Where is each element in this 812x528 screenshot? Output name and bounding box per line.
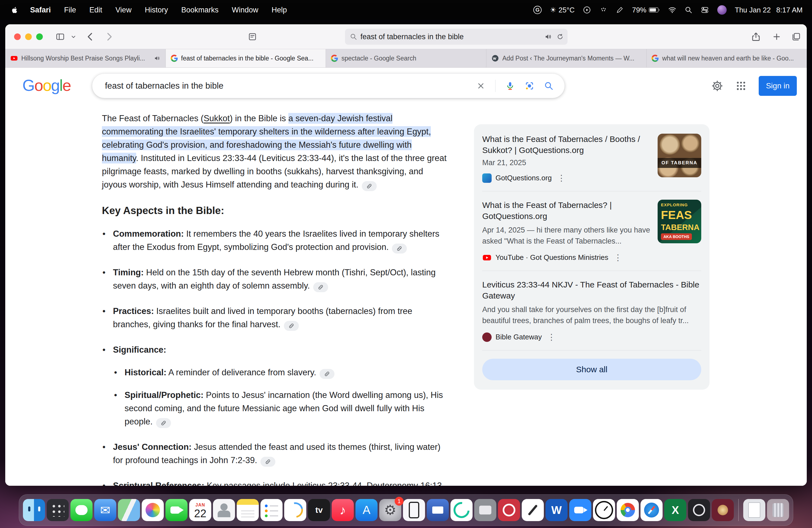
pen-tool-icon[interactable] — [616, 6, 624, 14]
dock-chrome[interactable] — [617, 499, 639, 521]
google-search-bar[interactable] — [92, 74, 565, 98]
dock-word[interactable]: W — [546, 499, 568, 521]
menu-bar-clock[interactable]: Thu Jan 228:17 AM — [735, 6, 803, 14]
more-options-icon[interactable] — [557, 173, 566, 183]
dock-contacts[interactable] — [213, 499, 235, 521]
citation-link-chip[interactable] — [392, 244, 407, 253]
share-icon[interactable] — [751, 32, 761, 42]
more-options-icon[interactable] — [614, 253, 622, 262]
menu-safari[interactable]: Safari — [24, 6, 57, 14]
result-thumbnail[interactable]: EXPLORING FEAS TABERNA AKA BOOTHS — [657, 200, 701, 243]
dock-game-app[interactable] — [498, 499, 520, 521]
tab-feast-of-tabernacles[interactable]: feast of tabernacles in the bible - Goog… — [166, 49, 326, 68]
menu-edit[interactable]: Edit — [83, 6, 109, 14]
voice-search-icon[interactable] — [505, 81, 515, 91]
dock-notes[interactable] — [237, 499, 259, 521]
show-all-button[interactable]: Show all — [482, 359, 701, 380]
tab-audio-icon[interactable] — [154, 55, 160, 62]
dock-utility-app[interactable] — [474, 499, 496, 521]
spotlight-icon[interactable] — [685, 6, 692, 14]
dock-maps[interactable] — [118, 499, 140, 521]
google-logo[interactable]: Google — [23, 76, 71, 94]
menu-window[interactable]: Window — [225, 6, 265, 14]
page-preview-icon[interactable] — [248, 32, 257, 41]
dock-excel[interactable]: X — [664, 499, 686, 521]
dock-annotation-app[interactable] — [522, 499, 544, 521]
dock-photos[interactable] — [142, 499, 164, 521]
dock-finder[interactable] — [23, 499, 45, 521]
tab-audio-icon[interactable] — [545, 33, 552, 41]
dock-screenshot-app[interactable] — [712, 499, 734, 521]
dock-messages[interactable] — [70, 499, 92, 521]
more-options-icon[interactable] — [547, 332, 556, 342]
battery-status[interactable]: 79% — [632, 6, 659, 14]
now-playing-icon[interactable] — [583, 6, 591, 14]
forward-button[interactable] — [104, 32, 114, 42]
stage-manager-icon[interactable] — [599, 6, 608, 14]
new-tab-icon[interactable] — [772, 32, 781, 41]
result-title[interactable]: Leviticus 23:33-44 NKJV - The Feast of T… — [482, 279, 701, 301]
lens-search-icon[interactable] — [525, 81, 534, 91]
dock-trash[interactable] — [767, 499, 789, 521]
dock-calendar[interactable]: JAN 22 — [189, 499, 211, 521]
menu-help[interactable]: Help — [265, 6, 294, 14]
menu-view[interactable]: View — [109, 6, 138, 14]
weather-status[interactable]: 25°C — [550, 6, 575, 14]
dock-safari[interactable] — [640, 499, 663, 521]
tab-new-heaven[interactable]: what will new heaven and earth be like -… — [647, 49, 807, 68]
wifi-icon[interactable] — [668, 6, 677, 14]
user-avatar[interactable] — [717, 5, 727, 15]
menu-bookmarks[interactable]: Bookmarks — [175, 6, 225, 14]
result-title[interactable]: What is the Feast of Tabernacles? | GotQ… — [482, 200, 651, 222]
dock-app-store[interactable]: A — [356, 499, 378, 521]
dock-dark-app[interactable] — [688, 499, 710, 521]
search-input[interactable] — [104, 80, 476, 91]
sign-in-button[interactable]: Sign in — [759, 76, 797, 96]
tab-wordpress[interactable]: Add Post ‹ The Journeyman's Moments — W.… — [487, 49, 647, 68]
address-bar[interactable]: feast of tabernacles in the bible — [345, 29, 568, 45]
chevron-down-icon[interactable] — [70, 33, 77, 40]
dock-freeform[interactable] — [284, 499, 306, 521]
menu-file[interactable]: File — [57, 6, 83, 14]
citation-link-chip[interactable] — [284, 321, 299, 331]
dock-clock[interactable] — [593, 499, 615, 521]
citation-link-chip[interactable] — [260, 457, 275, 467]
zoom-window-button[interactable] — [36, 33, 43, 40]
dock-iphone-mirroring[interactable] — [403, 499, 425, 521]
google-apps-icon[interactable] — [736, 80, 746, 91]
dock-mail[interactable] — [94, 499, 116, 521]
citation-link-chip[interactable] — [156, 418, 171, 428]
dock-tv[interactable]: tv — [308, 499, 330, 521]
citation-link-chip[interactable] — [362, 181, 377, 191]
minimize-window-button[interactable] — [25, 33, 32, 40]
result-thumbnail[interactable]: OF TABERNA — [657, 134, 701, 177]
result-title[interactable]: What is the Feast of Tabernacles / Booth… — [482, 134, 651, 156]
dock-reminders[interactable] — [260, 499, 282, 521]
settings-gear-icon[interactable] — [711, 80, 723, 92]
dock-system-settings[interactable]: 1 — [379, 499, 401, 521]
grammarly-icon[interactable] — [533, 6, 541, 14]
dock-music[interactable] — [332, 499, 354, 521]
tab-overview-icon[interactable] — [791, 32, 801, 42]
sukkot-link[interactable]: Sukkot — [204, 114, 230, 123]
dock-keynote[interactable] — [427, 499, 449, 521]
dock-launchpad[interactable] — [47, 499, 69, 521]
search-submit-icon[interactable] — [544, 81, 553, 91]
tab-spectacle[interactable]: spectacle - Google Search — [326, 49, 487, 68]
control-center-icon[interactable] — [701, 6, 709, 14]
dock-zoom[interactable] — [569, 499, 591, 521]
apple-menu-icon[interactable] — [10, 6, 24, 14]
citation-link-chip[interactable] — [313, 282, 328, 292]
dock-facetime[interactable] — [165, 499, 188, 521]
back-button[interactable] — [85, 32, 95, 42]
clear-search-icon[interactable] — [476, 82, 485, 90]
dock-downloads[interactable] — [743, 499, 765, 521]
close-window-button[interactable] — [14, 33, 21, 40]
menu-history[interactable]: History — [138, 6, 175, 14]
dock-grammarly[interactable] — [450, 499, 473, 521]
citation-link-chip[interactable] — [320, 369, 334, 379]
reload-icon[interactable] — [556, 33, 564, 40]
tab-youtube[interactable]: Hillsong Worship Best Praise Songs Playl… — [5, 49, 166, 68]
result-source: YouTube · Got Questions Ministries — [495, 253, 608, 262]
sidebar-toggle-icon[interactable] — [56, 32, 65, 41]
